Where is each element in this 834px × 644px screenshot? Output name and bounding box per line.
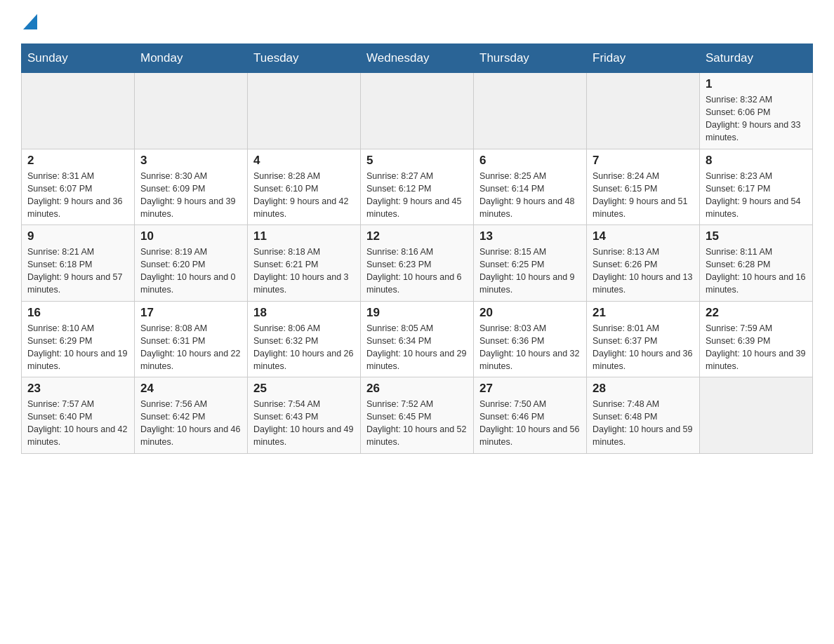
day-info: Sunrise: 8:19 AM Sunset: 6:20 PM Dayligh… [140,246,241,297]
calendar-cell: 10Sunrise: 8:19 AM Sunset: 6:20 PM Dayli… [135,225,248,302]
calendar-week-row: 23Sunrise: 7:57 AM Sunset: 6:40 PM Dayli… [22,377,813,454]
day-number: 3 [140,154,241,168]
day-number: 13 [479,229,581,243]
calendar-cell: 24Sunrise: 7:56 AM Sunset: 6:42 PM Dayli… [135,377,248,454]
day-info: Sunrise: 8:24 AM Sunset: 6:15 PM Dayligh… [593,170,694,221]
day-info: Sunrise: 8:32 AM Sunset: 6:06 PM Dayligh… [706,93,807,145]
calendar-header-friday: Friday [587,44,700,73]
day-number: 7 [593,154,694,168]
logo-triangle-icon [23,14,37,32]
day-info: Sunrise: 7:54 AM Sunset: 6:43 PM Dayligh… [253,398,355,449]
day-number: 24 [140,382,241,396]
day-info: Sunrise: 7:57 AM Sunset: 6:40 PM Dayligh… [27,398,128,449]
calendar-week-row: 1Sunrise: 8:32 AM Sunset: 6:06 PM Daylig… [22,73,813,149]
day-number: 23 [27,382,128,396]
day-number: 9 [27,229,128,243]
calendar-cell: 14Sunrise: 8:13 AM Sunset: 6:26 PM Dayli… [587,225,700,302]
calendar-cell: 19Sunrise: 8:05 AM Sunset: 6:34 PM Dayli… [361,301,474,377]
calendar-cell: 27Sunrise: 7:50 AM Sunset: 6:46 PM Dayli… [474,377,587,454]
day-info: Sunrise: 8:06 AM Sunset: 6:32 PM Dayligh… [253,322,355,373]
calendar-header-sunday: Sunday [22,44,135,73]
day-info: Sunrise: 8:21 AM Sunset: 6:18 PM Dayligh… [27,246,128,297]
day-number: 19 [366,306,468,320]
calendar-header-monday: Monday [135,44,248,73]
calendar-cell: 4Sunrise: 8:28 AM Sunset: 6:10 PM Daylig… [248,149,361,225]
calendar-cell: 18Sunrise: 8:06 AM Sunset: 6:32 PM Dayli… [248,301,361,377]
day-number: 22 [706,306,807,320]
calendar-week-row: 9Sunrise: 8:21 AM Sunset: 6:18 PM Daylig… [22,225,813,302]
svg-marker-0 [23,14,37,29]
calendar-cell: 1Sunrise: 8:32 AM Sunset: 6:06 PM Daylig… [700,73,813,149]
day-info: Sunrise: 8:10 AM Sunset: 6:29 PM Dayligh… [27,322,128,373]
calendar-cell: 7Sunrise: 8:24 AM Sunset: 6:15 PM Daylig… [587,149,700,225]
day-info: Sunrise: 7:48 AM Sunset: 6:48 PM Dayligh… [593,398,694,449]
calendar-header-row: SundayMondayTuesdayWednesdayThursdayFrid… [22,44,813,73]
day-info: Sunrise: 8:11 AM Sunset: 6:28 PM Dayligh… [706,246,807,297]
day-info: Sunrise: 8:31 AM Sunset: 6:07 PM Dayligh… [27,170,128,221]
day-number: 4 [253,154,355,168]
calendar-cell [587,73,700,149]
calendar-cell [135,73,248,149]
calendar-header-tuesday: Tuesday [248,44,361,73]
day-info: Sunrise: 8:23 AM Sunset: 6:17 PM Dayligh… [706,170,807,221]
day-info: Sunrise: 8:15 AM Sunset: 6:25 PM Dayligh… [479,246,581,297]
day-number: 14 [593,229,694,243]
day-number: 18 [253,306,355,320]
calendar-cell [22,73,135,149]
day-number: 1 [706,77,807,91]
calendar-cell: 15Sunrise: 8:11 AM Sunset: 6:28 PM Dayli… [700,225,813,302]
calendar-table: SundayMondayTuesdayWednesdayThursdayFrid… [21,43,813,454]
calendar-cell: 25Sunrise: 7:54 AM Sunset: 6:43 PM Dayli… [248,377,361,454]
day-number: 2 [27,154,128,168]
calendar-cell [700,377,813,454]
day-number: 27 [479,382,581,396]
day-info: Sunrise: 7:52 AM Sunset: 6:45 PM Dayligh… [366,398,468,449]
day-number: 20 [479,306,581,320]
day-info: Sunrise: 8:08 AM Sunset: 6:31 PM Dayligh… [140,322,241,373]
day-info: Sunrise: 8:01 AM Sunset: 6:37 PM Dayligh… [593,322,694,373]
calendar-cell [474,73,587,149]
day-number: 16 [27,306,128,320]
day-info: Sunrise: 8:05 AM Sunset: 6:34 PM Dayligh… [366,322,468,373]
day-number: 26 [366,382,468,396]
day-info: Sunrise: 7:50 AM Sunset: 6:46 PM Dayligh… [479,398,581,449]
calendar-cell: 5Sunrise: 8:27 AM Sunset: 6:12 PM Daylig… [361,149,474,225]
calendar-header-wednesday: Wednesday [361,44,474,73]
calendar-cell: 12Sunrise: 8:16 AM Sunset: 6:23 PM Dayli… [361,225,474,302]
calendar-cell: 16Sunrise: 8:10 AM Sunset: 6:29 PM Dayli… [22,301,135,377]
day-info: Sunrise: 8:27 AM Sunset: 6:12 PM Dayligh… [366,170,468,221]
calendar-cell: 13Sunrise: 8:15 AM Sunset: 6:25 PM Dayli… [474,225,587,302]
calendar-cell [361,73,474,149]
day-number: 15 [706,229,807,243]
calendar-cell: 20Sunrise: 8:03 AM Sunset: 6:36 PM Dayli… [474,301,587,377]
page-header [21,14,813,29]
day-info: Sunrise: 7:59 AM Sunset: 6:39 PM Dayligh… [706,322,807,373]
calendar-cell: 28Sunrise: 7:48 AM Sunset: 6:48 PM Dayli… [587,377,700,454]
day-number: 12 [366,229,468,243]
day-number: 28 [593,382,694,396]
day-number: 10 [140,229,241,243]
day-number: 11 [253,229,355,243]
calendar-header-thursday: Thursday [474,44,587,73]
calendar-cell: 23Sunrise: 7:57 AM Sunset: 6:40 PM Dayli… [22,377,135,454]
calendar-cell: 6Sunrise: 8:25 AM Sunset: 6:14 PM Daylig… [474,149,587,225]
day-number: 5 [366,154,468,168]
day-info: Sunrise: 8:03 AM Sunset: 6:36 PM Dayligh… [479,322,581,373]
day-info: Sunrise: 8:13 AM Sunset: 6:26 PM Dayligh… [593,246,694,297]
calendar-cell [248,73,361,149]
calendar-week-row: 16Sunrise: 8:10 AM Sunset: 6:29 PM Dayli… [22,301,813,377]
logo [21,14,44,29]
calendar-cell: 11Sunrise: 8:18 AM Sunset: 6:21 PM Dayli… [248,225,361,302]
calendar-cell: 17Sunrise: 8:08 AM Sunset: 6:31 PM Dayli… [135,301,248,377]
calendar-cell: 8Sunrise: 8:23 AM Sunset: 6:17 PM Daylig… [700,149,813,225]
calendar-header-saturday: Saturday [700,44,813,73]
day-info: Sunrise: 8:16 AM Sunset: 6:23 PM Dayligh… [366,246,468,297]
day-info: Sunrise: 8:28 AM Sunset: 6:10 PM Dayligh… [253,170,355,221]
calendar-cell: 3Sunrise: 8:30 AM Sunset: 6:09 PM Daylig… [135,149,248,225]
calendar-cell: 21Sunrise: 8:01 AM Sunset: 6:37 PM Dayli… [587,301,700,377]
calendar-cell: 26Sunrise: 7:52 AM Sunset: 6:45 PM Dayli… [361,377,474,454]
day-info: Sunrise: 8:30 AM Sunset: 6:09 PM Dayligh… [140,170,241,221]
day-number: 8 [706,154,807,168]
calendar-cell: 2Sunrise: 8:31 AM Sunset: 6:07 PM Daylig… [22,149,135,225]
day-number: 6 [479,154,581,168]
